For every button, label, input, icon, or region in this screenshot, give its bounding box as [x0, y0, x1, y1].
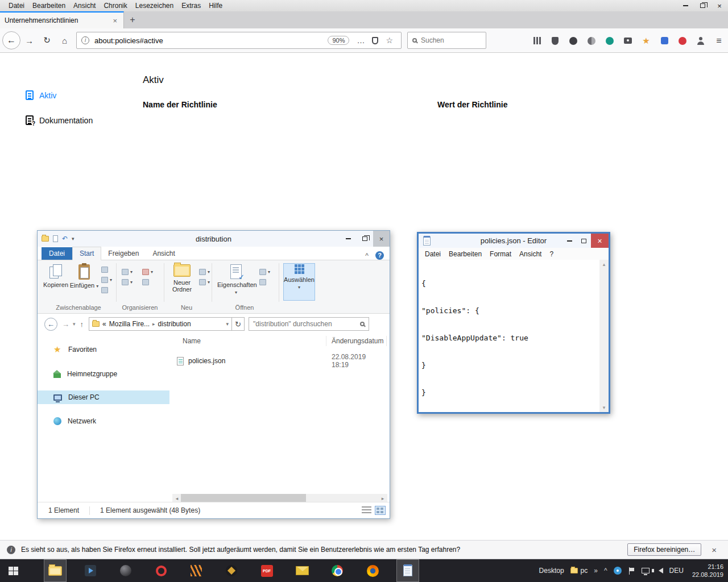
refresh-button[interactable]: ↻ [232, 317, 245, 331]
tab-unternehmensrichtlinien[interactable]: Unternehmensrichtlinien × [0, 11, 124, 28]
scroll-up-icon[interactable]: ▴ [603, 261, 606, 267]
select-button[interactable]: Auswählen ▾ [283, 263, 315, 301]
desktop-toolbar-label[interactable]: Desktop [539, 567, 564, 575]
explorer-app-icon[interactable] [42, 236, 49, 242]
library-icon[interactable] [532, 36, 541, 45]
home-button[interactable]: ⌂ [56, 36, 73, 45]
qat-customize-icon[interactable]: ▾ [72, 236, 75, 242]
close-icon[interactable]: × [373, 231, 390, 247]
restore-icon[interactable] [694, 0, 711, 11]
sidebar-item-dokumentation[interactable]: Dokumentation [26, 115, 93, 125]
start-button[interactable] [0, 559, 26, 582]
desktop-toolbar-pc-item[interactable]: pc [570, 567, 588, 575]
menu-hilfe[interactable]: ? [545, 250, 557, 258]
taskbar-app-sphere-button[interactable] [114, 559, 137, 582]
notepad-content[interactable]: { "policies": { "DisableAppUpdate": true… [421, 261, 597, 415]
minimize-icon[interactable] [340, 231, 357, 247]
reload-button[interactable]: ↻ [38, 35, 56, 45]
copy-to-button[interactable]: ▾ [122, 278, 133, 286]
keyboard-language[interactable]: DEU [669, 567, 684, 575]
properties-button[interactable]: Eigenschaften ▾ [217, 263, 255, 296]
tray-update-icon[interactable] [614, 567, 622, 575]
explorer-search-box[interactable] [249, 317, 369, 331]
up-button[interactable]: ↑ [80, 320, 84, 329]
vertical-scrollbar[interactable]: ▴ ▾ [599, 260, 609, 412]
undo-icon[interactable]: ↶ [62, 235, 68, 243]
close-icon[interactable]: × [711, 0, 728, 11]
menu-lesezeichen[interactable]: Lesezeichen [131, 2, 177, 10]
easy-access-button[interactable]: ▾ [199, 278, 210, 286]
file-row-policies-json[interactable]: policies.json 22.08.2019 18:19 [177, 354, 383, 368]
taskbar-mail-button[interactable] [291, 559, 313, 582]
network-tray-icon[interactable] [642, 568, 650, 573]
thumbnails-view-icon[interactable] [375, 506, 386, 515]
copy-button[interactable]: Kopieren [41, 263, 71, 288]
nav-item-netzwerk[interactable]: Netzwerk [38, 414, 169, 428]
site-info-icon[interactable] [81, 36, 89, 44]
addon-icon-4[interactable] [660, 36, 669, 45]
refresh-firefox-button[interactable]: Firefox bereinigen… [627, 543, 701, 556]
taskbar-explorer-button[interactable] [44, 559, 67, 582]
bookmark-star-icon[interactable]: ☆ [386, 36, 393, 45]
breadcrumb-current[interactable]: distribution [158, 320, 191, 328]
collapsed-crumbs-icon[interactable]: « [102, 320, 106, 328]
rename-button[interactable] [142, 278, 153, 286]
restore-icon[interactable] [357, 231, 373, 247]
addon-icon-2[interactable] [587, 36, 596, 45]
column-header-modified[interactable]: Änderungsdatum [332, 337, 383, 345]
page-actions-icon[interactable]: … [357, 36, 365, 45]
taskbar-chrome-button[interactable] [326, 559, 349, 582]
address-bar[interactable]: « Mozilla Fire... ▸ distribution ▾ [89, 317, 232, 331]
taskbar-pdf-button[interactable] [255, 559, 278, 582]
taskbar-app-stripes-button[interactable] [185, 559, 208, 582]
addon-star-icon[interactable]: ★ [642, 36, 651, 45]
search-input[interactable] [421, 36, 481, 44]
ribbon-collapse-icon[interactable]: ^ [365, 252, 369, 260]
menu-format[interactable]: Format [486, 250, 515, 258]
volume-icon[interactable] [659, 568, 663, 573]
action-center-flag-icon[interactable] [628, 567, 635, 575]
menu-extras[interactable]: Extras [177, 2, 205, 10]
zoom-level-badge[interactable]: 90% [328, 36, 349, 45]
history-button[interactable] [259, 278, 270, 286]
breadcrumb-parent[interactable]: Mozilla Fire... [109, 320, 150, 328]
minimize-icon[interactable] [677, 0, 694, 11]
menu-ansicht[interactable]: Ansicht [69, 2, 100, 10]
move-to-button[interactable]: ▾ [122, 268, 133, 276]
menu-bearbeiten[interactable]: Bearbeiten [445, 250, 486, 258]
menu-hilfe[interactable]: Hilfe [205, 2, 226, 10]
nav-item-favoriten[interactable]: ★ Favoriten [38, 343, 169, 356]
tab-datei[interactable]: Datei [42, 247, 72, 260]
details-view-icon[interactable] [362, 506, 371, 514]
delete-button[interactable]: ▾ [142, 268, 153, 276]
show-hidden-icons[interactable]: ^ [604, 567, 607, 575]
recent-locations-icon[interactable]: ▾ [73, 321, 76, 327]
menu-ansicht[interactable]: Ansicht [515, 250, 545, 258]
nav-item-heimnetzgruppe[interactable]: Heimnetzgruppe [38, 367, 169, 381]
sidebar-item-aktiv[interactable]: Aktiv [26, 90, 56, 100]
back-button[interactable]: ← [44, 318, 57, 331]
back-button[interactable]: ← [2, 31, 20, 49]
explorer-titlebar[interactable]: distribution ↶ ▾ × [38, 231, 390, 247]
tab-start[interactable]: Start [72, 247, 101, 260]
address-dropdown-icon[interactable]: ▾ [226, 321, 229, 327]
scroll-left-icon[interactable]: ◂ [172, 496, 181, 501]
forward-button[interactable]: → [20, 36, 38, 45]
new-tab-button[interactable]: + [124, 11, 141, 28]
cut-button[interactable] [101, 266, 112, 273]
addon-icon-1[interactable] [569, 36, 578, 45]
copy-path-button[interactable]: ▾ [101, 276, 112, 284]
hamburger-menu-icon[interactable]: ≡ [714, 36, 723, 45]
new-folder-button[interactable]: Neuer Ordner [167, 263, 197, 293]
taskbar-firefox-button[interactable] [361, 559, 384, 582]
search-bar[interactable] [407, 32, 486, 49]
taskb​ar-opera-button[interactable] [150, 559, 172, 582]
taskbar-notepad-button[interactable] [396, 559, 419, 582]
paste-button[interactable]: Einfügen ▾ [69, 263, 99, 290]
shield-addon-icon[interactable] [551, 36, 560, 45]
close-icon[interactable]: × [591, 234, 609, 248]
nav-item-dieser-pc[interactable]: Dieser PC [38, 390, 169, 404]
scroll-right-icon[interactable]: ▸ [378, 496, 387, 501]
taskbar-clock[interactable]: 21:16 22.08.2019 [692, 563, 723, 579]
notepad-text-area[interactable]: { "policies": { "DisableAppUpdate": true… [419, 260, 609, 412]
